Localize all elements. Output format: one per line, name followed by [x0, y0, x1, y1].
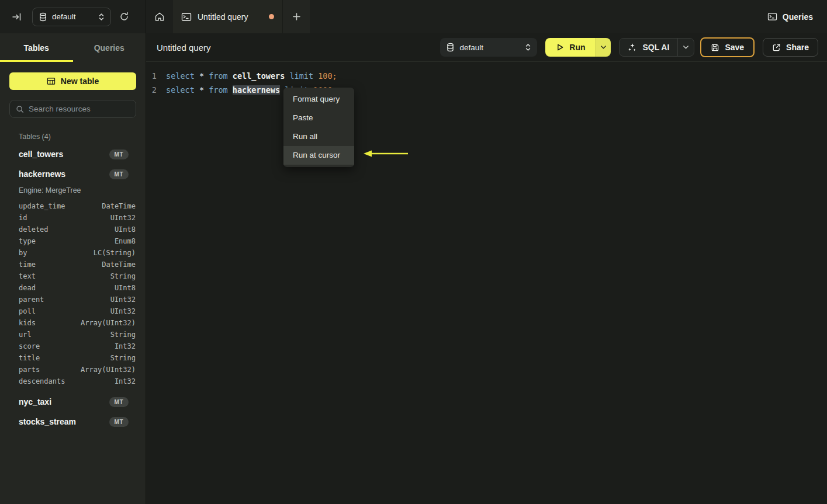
schema-row: scoreInt32 [0, 340, 146, 352]
chevron-updown-icon [98, 13, 105, 21]
table-name: nyc_taxi [19, 397, 51, 406]
table-name: cell_towers [19, 150, 63, 159]
collapse-sidebar-icon [12, 12, 22, 22]
column-name: parent [19, 296, 44, 304]
home-button[interactable] [146, 0, 173, 33]
menu-item-run-at-cursor[interactable]: Run at cursor [283, 146, 354, 165]
column-type: Int32 [115, 377, 136, 385]
column-type: UInt32 [110, 307, 136, 315]
unsaved-changes-dot [269, 14, 274, 19]
editor-header: Untitled query default Run [146, 33, 827, 62]
schema-row: titleString [0, 352, 146, 364]
sql-ai-group: SQL AI [619, 38, 694, 57]
run-button-group: Run [545, 38, 611, 57]
column-name: poll [19, 307, 36, 315]
collapse-sidebar-button[interactable] [9, 10, 24, 24]
line-number: 2 [143, 85, 157, 95]
sql-ai-options-button[interactable] [677, 39, 694, 56]
table-row-cell-towers[interactable]: cell_towers MT [0, 148, 146, 161]
database-icon [39, 12, 47, 22]
query-title: Untitled query [157, 43, 211, 53]
column-name: id [19, 214, 27, 222]
table-grid-icon [47, 77, 56, 85]
schema-row: pollUInt32 [0, 305, 146, 317]
column-type: UInt8 [115, 284, 136, 292]
column-type: Enum8 [115, 237, 136, 245]
table-row-nyc-taxi[interactable]: nyc_taxi MT [0, 395, 146, 408]
schema-row: update_timeDateTime [0, 200, 146, 212]
column-type: Array(UInt32) [81, 366, 136, 374]
tab-strip: Untitled query Queries [146, 0, 827, 33]
chevron-down-icon [600, 45, 607, 50]
database-selector-top[interactable]: default [32, 8, 111, 26]
sql-keyword: limit [289, 71, 313, 81]
sql-keyword: from [209, 71, 228, 81]
column-name: by [19, 249, 27, 257]
engine-badge: MT [109, 150, 129, 159]
engine-label: Engine: MergeTree [19, 186, 136, 194]
header-row: Tables Queries Untitled query default Ru [0, 33, 827, 62]
tab-untitled-query[interactable]: Untitled query [173, 0, 282, 33]
schema-row: parentUInt32 [0, 294, 146, 305]
schema-row: partsArray(UInt32) [0, 364, 146, 376]
code-editor[interactable]: 1 select * from cell_towers limit 100; 2… [146, 62, 827, 504]
column-type: DateTime [102, 202, 136, 210]
tab-label: Untitled query [198, 12, 248, 22]
top-bar: default Untitled query [0, 0, 827, 33]
column-name: parts [19, 366, 40, 374]
search-icon [16, 105, 24, 113]
terminal-icon [181, 12, 192, 22]
refresh-icon [119, 12, 129, 22]
sql-table-name-selected: hackernews [233, 85, 280, 95]
column-type: UInt32 [110, 214, 136, 222]
new-table-button[interactable]: New table [9, 72, 136, 90]
schema-row: textString [0, 270, 146, 282]
database-selector-value: default [459, 43, 520, 52]
run-options-button[interactable] [596, 38, 611, 57]
sql-ai-label: SQL AI [642, 43, 669, 52]
schema-row: byLC(String) [0, 247, 146, 259]
engine-badge: MT [109, 417, 129, 427]
schema-row: timeDateTime [0, 259, 146, 270]
engine-badge: MT [109, 169, 129, 179]
database-icon [446, 43, 455, 52]
refresh-button[interactable] [117, 9, 132, 24]
share-button[interactable]: Share [763, 38, 818, 57]
sidebar-tab-queries[interactable]: Queries [73, 33, 146, 62]
column-type: String [110, 272, 136, 280]
menu-item-run-all[interactable]: Run all [283, 127, 354, 146]
sql-ai-button[interactable]: SQL AI [620, 39, 677, 56]
home-icon [154, 12, 165, 22]
plus-icon [292, 12, 301, 21]
database-selector-toolbar[interactable]: default [440, 38, 537, 57]
play-icon [556, 43, 564, 51]
column-type: LC(String) [94, 249, 136, 257]
sidebar-tab-tables[interactable]: Tables [0, 33, 73, 62]
column-name: dead [19, 284, 36, 292]
table-row-hackernews[interactable]: hackernews MT [0, 168, 146, 180]
sql-keyword: from [209, 85, 228, 95]
queries-button[interactable]: Queries [767, 12, 813, 22]
menu-item-format-query[interactable]: Format query [283, 90, 354, 109]
topbar-left: default [0, 0, 146, 33]
save-button[interactable]: Save [700, 37, 755, 57]
column-name: text [19, 272, 36, 280]
run-button[interactable]: Run [545, 38, 596, 57]
queries-button-label: Queries [783, 12, 813, 22]
sidebar: New table Tables (4) cell_towers MT hack… [0, 62, 146, 504]
save-button-label: Save [725, 43, 744, 52]
schema-row: deadUInt8 [0, 282, 146, 294]
share-button-label: Share [786, 43, 809, 52]
database-selector-value: default [52, 12, 94, 21]
schema-row: typeEnum8 [0, 235, 146, 247]
column-type: String [110, 354, 136, 362]
search-box [9, 100, 136, 118]
sidebar-tabs: Tables Queries [0, 33, 146, 62]
new-tab-button[interactable] [282, 0, 310, 33]
menu-item-paste[interactable]: Paste [283, 109, 354, 127]
schema-row: idUInt32 [0, 212, 146, 224]
table-row-stocks-stream[interactable]: stocks_stream MT [0, 415, 146, 428]
sql-table-name: cell_towers [233, 71, 285, 81]
search-input[interactable] [29, 105, 130, 113]
context-menu: Format query Paste Run all Run at cursor [283, 88, 354, 167]
